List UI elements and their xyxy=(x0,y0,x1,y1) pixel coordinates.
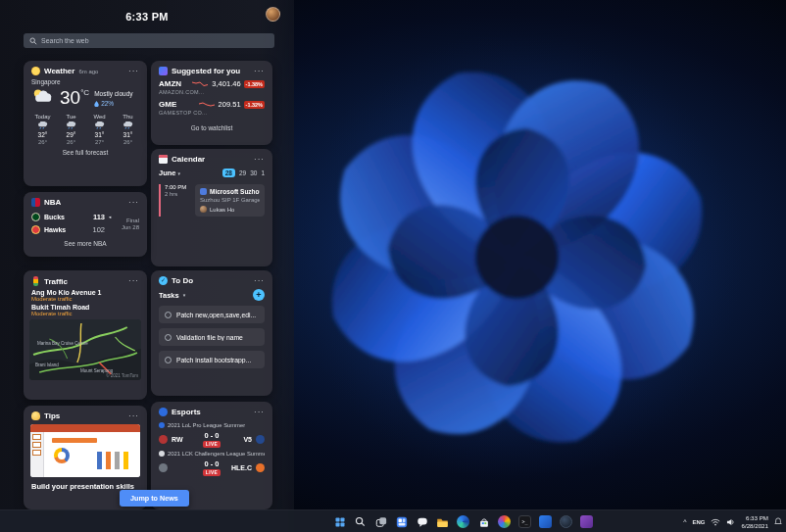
volume-icon[interactable] xyxy=(726,518,735,526)
nba-logo-icon xyxy=(31,198,40,207)
rain-cloud-icon xyxy=(94,121,105,129)
traffic-road: Bukit Timah Road Moderate traffic xyxy=(24,304,147,316)
donut-chart-graphic xyxy=(54,448,70,463)
stock-row[interactable]: GME 209.51 -1.32% GAMESTOP CO... xyxy=(159,100,265,116)
task-item[interactable]: Validation file by name xyxy=(159,328,265,346)
wifi-icon[interactable] xyxy=(711,518,720,526)
see-more-nba-link[interactable]: See more NBA xyxy=(24,236,147,247)
meeting-icon xyxy=(200,188,207,195)
pinned-app-3-button[interactable] xyxy=(578,513,595,530)
calendar-day-selected[interactable]: 28 xyxy=(222,169,235,177)
traffic-map[interactable]: Marina Bay Cruise Centre Brani Island Mo… xyxy=(29,319,141,380)
pinned-app-1-button[interactable] xyxy=(537,513,554,530)
widgets-button[interactable] xyxy=(393,513,410,530)
calendar-title: Calendar xyxy=(172,155,205,164)
match-score: 0 - 0 xyxy=(204,459,219,468)
road-status: Moderate traffic xyxy=(31,311,139,316)
traffic-widget[interactable]: Traffic ··· Ang Mo Kio Avenue 1 Moderate… xyxy=(24,270,147,400)
stock-row[interactable]: AMZN 3,401.46 -1.38% AMAZON.COM... xyxy=(159,79,265,95)
notification-bell-icon[interactable] xyxy=(774,517,782,526)
more-options-icon[interactable]: ··· xyxy=(128,412,139,420)
more-options-icon[interactable]: ··· xyxy=(254,277,265,285)
forecast-hi: 32° xyxy=(28,131,57,138)
stocks-widget[interactable]: Suggested for you ··· AMZN 3,401.46 -1.3… xyxy=(151,61,272,145)
traffic-light-icon xyxy=(33,276,38,286)
rain-cloud-icon xyxy=(66,121,76,129)
edge-browser-button[interactable] xyxy=(455,513,471,530)
windows-bloom-graphic xyxy=(289,29,745,485)
task-item[interactable]: Patch install bootstrapp... xyxy=(159,351,265,368)
map-label: Brani Island xyxy=(35,363,59,367)
file-explorer-button[interactable] xyxy=(434,513,451,530)
tray-time: 6:33 PM xyxy=(741,514,768,522)
league-logo-icon xyxy=(159,451,165,457)
more-options-icon[interactable]: ··· xyxy=(128,68,139,75)
start-button[interactable] xyxy=(331,513,348,530)
calendar-day[interactable]: 29 xyxy=(239,169,246,176)
jump-to-news-button[interactable]: Jump to News xyxy=(120,490,189,507)
task-view-button[interactable] xyxy=(372,513,389,530)
weather-widget[interactable]: Weather 6m ago ··· Singapore 30°C Mostly… xyxy=(24,61,147,186)
tray-chevron-up-icon[interactable]: ^ xyxy=(683,518,686,525)
tray-date: 6/28/2021 xyxy=(741,522,768,530)
widgets-icon xyxy=(396,516,408,528)
raindrop-icon xyxy=(94,101,99,107)
nba-widget[interactable]: NBA ··· Bucks 113 ◂ Hawks 102 xyxy=(24,192,147,257)
task-complete-circle[interactable] xyxy=(165,334,172,341)
search-input[interactable] xyxy=(41,37,269,44)
taskbar-clock[interactable]: 6:33 PM 6/28/2021 xyxy=(741,514,768,530)
weather-current: 30°C Mostly cloudy 22% xyxy=(24,85,147,108)
photos-button[interactable] xyxy=(496,513,513,530)
web-search-bar[interactable] xyxy=(24,33,274,48)
more-options-icon[interactable]: ··· xyxy=(128,199,139,207)
rain-cloud-icon xyxy=(123,121,133,129)
more-options-icon[interactable]: ··· xyxy=(128,277,139,285)
chat-button[interactable] xyxy=(414,513,430,530)
forecast-hi: 29° xyxy=(57,131,85,138)
task-complete-circle[interactable] xyxy=(165,357,172,363)
store-bag-icon xyxy=(478,516,490,528)
stock-change-badge: -1.38% xyxy=(244,80,265,88)
forecast-lo: 27° xyxy=(85,139,114,145)
tips-thumbnail[interactable] xyxy=(30,424,140,477)
calendar-icon xyxy=(159,155,168,164)
calendar-day[interactable]: 1 xyxy=(261,169,265,176)
calendar-widget[interactable]: Calendar ··· June ▾ 28 29 30 1 7:00 PM 2… xyxy=(151,149,272,266)
calendar-month[interactable]: June xyxy=(159,169,176,177)
team-logo-icon xyxy=(256,463,265,472)
rain-cloud-icon xyxy=(37,121,48,129)
bar-chart-graphic xyxy=(97,452,130,469)
pinned-app-2-button[interactable] xyxy=(558,513,574,530)
esports-match-row[interactable]: 0 - 0 LIVE HLE.C xyxy=(159,459,265,476)
terminal-button[interactable]: >_ xyxy=(516,513,533,530)
todo-widget[interactable]: To Do ··· Tasks ▾ + Patch new,open,save,… xyxy=(151,270,272,396)
task-item[interactable]: Patch new,open,save,edi... xyxy=(159,306,265,323)
event-time: 7:00 PM xyxy=(165,184,190,190)
team-abbr: HLE.C xyxy=(230,464,252,471)
more-options-icon[interactable]: ··· xyxy=(254,409,265,416)
esports-match-row[interactable]: RW 0 - 0 LIVE V5 xyxy=(159,431,265,448)
store-button[interactable] xyxy=(475,513,492,530)
widgets-panel: 6:33 PM Weather 6m ago ··· Singapore xyxy=(0,0,294,532)
slide-panel-graphic xyxy=(30,432,44,477)
user-avatar[interactable] xyxy=(266,7,280,22)
weather-temp: 30°C xyxy=(60,88,89,108)
task-label: Patch install bootstrapp... xyxy=(176,357,251,363)
add-task-button[interactable]: + xyxy=(253,289,265,301)
tasks-list-selector[interactable]: Tasks ▾ xyxy=(159,291,185,300)
weather-title: Weather xyxy=(44,67,74,75)
go-to-watchlist-link[interactable]: Go to watchlist xyxy=(151,121,272,131)
taskbar-search-button[interactable] xyxy=(352,513,368,530)
language-indicator[interactable]: ENG xyxy=(692,519,705,525)
more-options-icon[interactable]: ··· xyxy=(254,156,265,164)
app-ribbon-graphic xyxy=(30,424,140,432)
task-complete-circle[interactable] xyxy=(165,312,172,318)
see-full-forecast-link[interactable]: See full forecast xyxy=(24,145,147,156)
more-options-icon[interactable]: ··· xyxy=(254,68,265,75)
team-logo-icon xyxy=(159,435,168,444)
weather-condition-block: Mostly cloudy 22% xyxy=(94,88,132,107)
calendar-day[interactable]: 30 xyxy=(250,169,257,176)
calendar-event[interactable]: 7:00 PM 2 hrs Microsoft Suzhou Toa... Su… xyxy=(159,184,265,217)
calendar-header: Calendar ··· xyxy=(151,149,272,167)
weather-updated: 6m ago xyxy=(78,69,98,74)
